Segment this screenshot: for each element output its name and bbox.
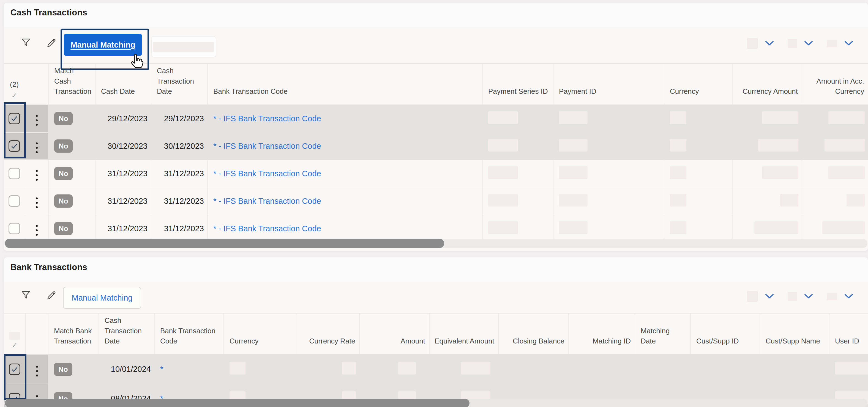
row-checkbox[interactable] <box>8 113 20 124</box>
cash-date-cell: 30/12/2023 <box>95 133 151 160</box>
edit-button[interactable] <box>44 288 58 303</box>
column-header-currency-amount[interactable]: Currency Amount <box>732 64 802 105</box>
toolbar-dropdown[interactable] <box>788 292 813 301</box>
column-header-payment-series-id[interactable]: Payment Series ID <box>482 64 553 105</box>
redacted-cell <box>762 111 798 124</box>
cash-header-row: (2) ✓ Match Cash Transaction Cash Date C… <box>4 64 868 105</box>
column-header-match-bank-transaction[interactable]: Match Bank Transaction <box>48 313 98 355</box>
redacted-cell <box>780 194 798 206</box>
toolbar-dropdown[interactable] <box>827 293 854 300</box>
redacted-cell <box>670 139 686 151</box>
toolbar-dropdown[interactable] <box>747 291 774 302</box>
table-row: No 31/12/2023 31/12/2023 * - IFS Bank Tr… <box>4 215 868 242</box>
redacted-cell <box>398 362 416 375</box>
column-header-matching-id[interactable]: Matching ID <box>568 313 634 355</box>
column-header-amount-in-acc-currency[interactable]: Amount in Acc. Currency <box>802 64 868 105</box>
horizontal-scrollbar[interactable] <box>4 239 867 248</box>
edit-button[interactable] <box>44 36 58 50</box>
cash-date-cell: 31/12/2023 <box>95 215 151 242</box>
redacted-cell <box>461 362 490 375</box>
bank-header-row: ✓ Match Bank Transaction Cash Transactio… <box>4 313 868 355</box>
bank-transaction-code-link[interactable]: * - IFS Bank Transaction Code <box>213 197 321 205</box>
redacted-toolbar-button[interactable] <box>151 36 216 58</box>
redacted-cell <box>488 194 518 206</box>
column-header-currency-rate[interactable]: Currency Rate <box>297 313 359 355</box>
column-header-closing-balance[interactable]: Closing Balance <box>498 313 568 355</box>
cash-date-cell: 29/12/2023 <box>95 105 151 133</box>
column-header-equivalent-amount[interactable]: Equivalent Amount <box>429 313 498 355</box>
redacted-cell <box>229 362 246 375</box>
row-menu-button[interactable] <box>34 364 40 378</box>
column-header-cust-supp-id[interactable]: Cust/Supp ID <box>690 313 760 355</box>
bank-transactions-panel: Bank Transactions Manual Matching <box>4 258 868 407</box>
row-menu-button[interactable] <box>34 223 39 237</box>
column-header-cust-supp-name[interactable]: Cust/Supp Name <box>760 313 829 355</box>
pencil-icon <box>45 37 57 49</box>
filter-button[interactable] <box>19 288 33 303</box>
column-header-payment-id[interactable]: Payment ID <box>553 64 664 105</box>
row-checkbox[interactable] <box>9 364 20 375</box>
redacted-cell <box>559 111 588 124</box>
column-header-bank-transaction-code[interactable]: Bank Transaction Code <box>207 64 482 105</box>
chevron-down-icon <box>844 294 854 300</box>
match-badge: No <box>54 195 73 208</box>
scrollbar-thumb[interactable] <box>5 239 444 248</box>
column-header-cash-date[interactable]: Cash Date <box>95 64 151 105</box>
redacted-cell <box>670 166 686 179</box>
column-header-match-cash-transaction[interactable]: Match Cash Transaction <box>48 64 95 105</box>
chevron-down-icon <box>765 40 774 46</box>
match-badge: No <box>54 139 73 152</box>
cash-transaction-date-cell: 31/12/2023 <box>151 215 207 242</box>
cash-transactions-panel: Cash Transactions Manual Matching <box>4 3 868 251</box>
redacted-cell <box>559 166 588 179</box>
redacted-cell <box>559 222 588 234</box>
row-checkbox[interactable] <box>8 223 20 234</box>
redacted-cell <box>342 362 356 375</box>
manual-matching-button[interactable]: Manual Matching <box>63 287 141 309</box>
row-checkbox[interactable] <box>8 140 20 152</box>
scrollbar-thumb[interactable] <box>5 399 469 407</box>
filter-button[interactable] <box>19 36 33 50</box>
bank-transaction-code-link[interactable]: * - IFS Bank Transaction Code <box>213 114 321 123</box>
cash-transaction-date-cell: 29/12/2023 <box>151 105 207 133</box>
column-header-currency[interactable]: Currency <box>223 313 297 355</box>
check-icon <box>10 114 19 123</box>
row-menu-button[interactable] <box>34 113 39 127</box>
toolbar-dropdown[interactable] <box>747 38 774 49</box>
column-header-cash-transaction-date[interactable]: Cash Transaction Date <box>151 64 207 105</box>
row-menu-button[interactable] <box>34 141 39 155</box>
bank-transaction-code-link[interactable]: * - IFS Bank Transaction Code <box>213 169 321 178</box>
match-badge: No <box>54 167 73 180</box>
column-header-user-id[interactable]: User ID <box>829 313 868 355</box>
row-checkbox[interactable] <box>8 168 20 179</box>
row-menu-button[interactable] <box>34 196 39 210</box>
select-all-header[interactable]: (2) ✓ <box>4 64 25 105</box>
redacted-dropdown-label <box>747 291 758 302</box>
match-badge: No <box>54 112 73 125</box>
column-header-bank-transaction-code[interactable]: Bank Transaction Code <box>154 313 223 355</box>
selection-count: (2) <box>10 79 19 90</box>
toolbar-dropdown[interactable] <box>788 39 813 48</box>
bank-transaction-code-link[interactable]: * - IFS Bank Transaction Code <box>213 142 321 150</box>
column-header-matching-date[interactable]: Matching Date <box>634 313 690 355</box>
cash-date-cell: 31/12/2023 <box>95 160 151 188</box>
bank-transaction-code-link[interactable]: * - IFS Bank Transaction Code <box>213 224 321 233</box>
row-checkbox[interactable] <box>8 195 20 207</box>
match-badge: No <box>54 363 72 376</box>
column-header-currency[interactable]: Currency <box>664 64 732 105</box>
table-row: No 29/12/2023 29/12/2023 * - IFS Bank Tr… <box>4 105 868 133</box>
row-menu-button[interactable] <box>34 168 39 182</box>
column-header-amount[interactable]: Amount <box>359 313 429 355</box>
redacted-cell <box>559 139 588 151</box>
horizontal-scrollbar[interactable] <box>4 399 867 407</box>
toolbar-dropdown[interactable] <box>827 40 854 47</box>
cash-transaction-date-cell: 31/12/2023 <box>151 160 207 188</box>
manual-matching-button[interactable]: Manual Matching <box>64 34 142 56</box>
redacted-cell <box>762 166 798 179</box>
cash-date-cell: 31/12/2023 <box>95 188 151 215</box>
select-all-check-icon: ✓ <box>11 92 17 99</box>
select-all-header[interactable]: ✓ <box>4 313 25 355</box>
column-header-cash-transaction-date[interactable]: Cash Transaction Date <box>98 313 154 355</box>
bank-transaction-code-link[interactable]: * <box>160 365 163 373</box>
bank-toolbar-right-controls <box>747 291 854 302</box>
